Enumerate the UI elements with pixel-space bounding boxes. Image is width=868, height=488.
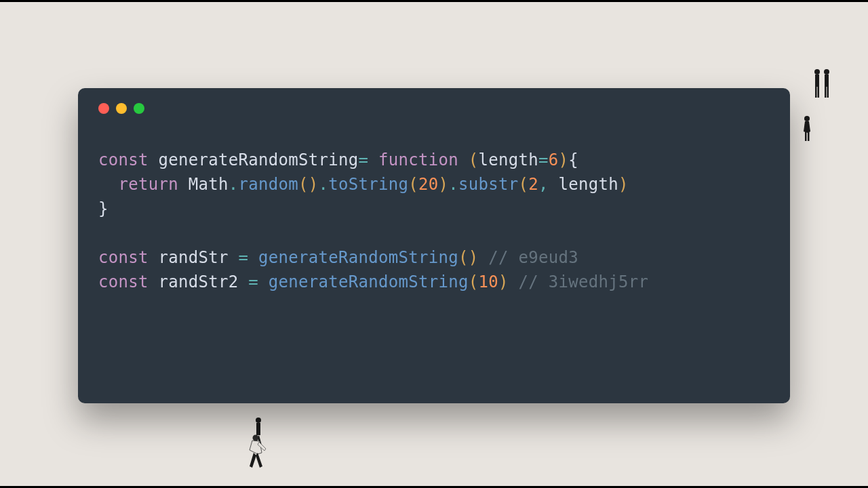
operator-equals: = bbox=[248, 272, 258, 291]
dot: . bbox=[229, 175, 239, 194]
svg-point-13 bbox=[253, 435, 259, 441]
letterbox-top bbox=[0, 0, 868, 2]
code-editor-window: const generateRandomString= function (le… bbox=[78, 88, 790, 403]
svg-point-8 bbox=[804, 116, 810, 121]
number-literal: 2 bbox=[528, 175, 538, 194]
dot: . bbox=[319, 175, 329, 194]
paren-open: ( bbox=[458, 248, 469, 267]
keyword-function: function bbox=[378, 150, 458, 169]
svg-point-4 bbox=[824, 69, 829, 75]
comment: // 3iwedhj5rr bbox=[518, 272, 648, 291]
number-literal: 6 bbox=[549, 150, 559, 169]
method: substr bbox=[458, 175, 519, 194]
keyword-const: const bbox=[98, 150, 149, 169]
svg-rect-10 bbox=[808, 131, 810, 141]
background-figure bbox=[810, 68, 834, 102]
paren-close: ) bbox=[558, 150, 568, 169]
keyword-const: const bbox=[98, 248, 149, 267]
paren-close: ) bbox=[498, 272, 509, 291]
identifier: Math bbox=[189, 175, 229, 194]
svg-rect-3 bbox=[818, 87, 820, 98]
background-figure bbox=[800, 115, 814, 142]
paren-open: ( bbox=[298, 175, 309, 194]
brace-close: } bbox=[98, 199, 108, 218]
keyword-const: const bbox=[98, 272, 149, 291]
function-call: generateRandomString bbox=[258, 248, 458, 267]
number-literal: 10 bbox=[478, 272, 498, 291]
svg-rect-1 bbox=[815, 75, 819, 87]
background-figure bbox=[244, 434, 268, 471]
indent bbox=[98, 175, 119, 194]
comma: , bbox=[538, 175, 549, 194]
function-call: generateRandomString bbox=[269, 272, 469, 291]
window-controls bbox=[98, 103, 770, 114]
paren-close: ) bbox=[469, 248, 479, 267]
code-content: const generateRandomString= function (le… bbox=[98, 148, 770, 294]
svg-point-11 bbox=[256, 418, 261, 423]
zoom-icon[interactable] bbox=[134, 103, 144, 114]
identifier: randStr2 bbox=[159, 272, 239, 291]
paren-close: ) bbox=[309, 175, 319, 194]
brace-open: { bbox=[568, 150, 578, 169]
paren-close: ) bbox=[618, 175, 629, 194]
paren-close: ) bbox=[439, 175, 449, 194]
svg-rect-2 bbox=[815, 87, 817, 98]
identifier: randStr bbox=[159, 248, 229, 267]
svg-rect-5 bbox=[825, 75, 829, 87]
dot: . bbox=[448, 175, 458, 194]
svg-point-0 bbox=[814, 69, 820, 75]
identifier: length bbox=[559, 175, 619, 194]
identifier: generateRandomString bbox=[159, 150, 359, 169]
number-literal: 20 bbox=[418, 175, 439, 194]
operator-equals: = bbox=[538, 150, 549, 169]
svg-rect-7 bbox=[827, 87, 829, 98]
paren-open: ( bbox=[469, 150, 479, 169]
parameter: length bbox=[478, 150, 538, 169]
method: random bbox=[239, 175, 299, 194]
keyword-return: return bbox=[119, 175, 179, 194]
operator-equals: = bbox=[239, 248, 249, 267]
minimize-icon[interactable] bbox=[116, 103, 127, 114]
operator-equals: = bbox=[358, 150, 368, 169]
svg-rect-9 bbox=[805, 131, 807, 141]
paren-open: ( bbox=[469, 272, 479, 291]
paren-open: ( bbox=[408, 175, 418, 194]
svg-rect-6 bbox=[825, 87, 827, 98]
close-icon[interactable] bbox=[98, 103, 109, 114]
paren-open: ( bbox=[519, 175, 529, 194]
comment: // e9eud3 bbox=[488, 248, 578, 267]
method: toString bbox=[328, 175, 408, 194]
